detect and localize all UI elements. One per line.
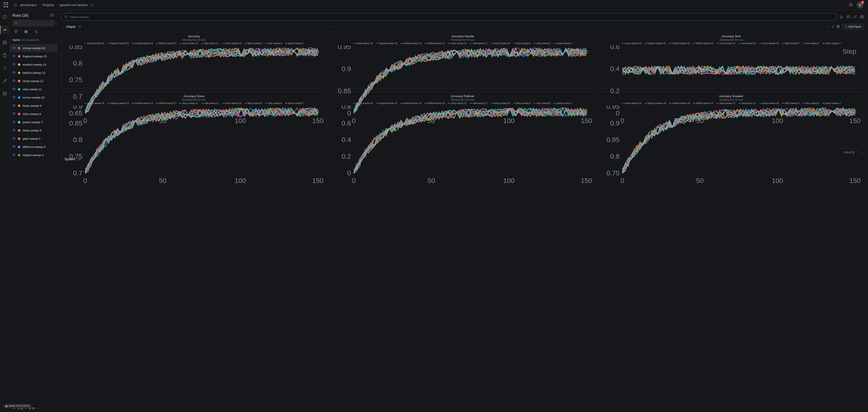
visibility-toggle-icon[interactable] bbox=[12, 120, 16, 124]
legend-item[interactable]: likely-sweep-9 bbox=[514, 42, 531, 44]
table-nav-icon[interactable] bbox=[0, 38, 10, 46]
legend-item[interactable]: faithful-sweep-13 bbox=[156, 42, 176, 44]
legend-item[interactable]: fragrant-sweep-15 bbox=[645, 42, 666, 44]
sort-icon[interactable] bbox=[34, 30, 38, 34]
artifacts-nav-icon[interactable] bbox=[0, 90, 10, 98]
legend-item[interactable]: fragrant-sweep-15 bbox=[107, 42, 129, 44]
expression-icon[interactable]: x̄ bbox=[832, 25, 834, 29]
legend-item[interactable]: stoic-sweep-8 bbox=[265, 42, 282, 44]
visibility-toggle-icon[interactable] bbox=[12, 104, 16, 108]
collapse-sidebar-icon[interactable] bbox=[50, 13, 54, 18]
visibility-toggle-icon[interactable] bbox=[12, 137, 16, 140]
legend-item[interactable]: sunny-sweep-10 bbox=[759, 42, 779, 44]
legend-item[interactable]: stoic-sweep-8 bbox=[802, 42, 819, 44]
legend-item[interactable]: snowy-sweep-16 bbox=[353, 42, 373, 44]
page-next-icon[interactable]: › bbox=[41, 407, 44, 410]
chevron-right-icon[interactable]: › bbox=[61, 158, 62, 161]
legend-item[interactable]: faithful-sweep-13 bbox=[693, 42, 713, 44]
chart-body[interactable]: 00.20.40.60.8 050100150 Step bbox=[333, 105, 592, 184]
legend-item[interactable]: exalted-sweep-14 bbox=[401, 42, 422, 44]
legend-item[interactable]: sunny-sweep-10 bbox=[222, 42, 242, 44]
drag-handle-icon[interactable]: ⠿⠿ bbox=[329, 25, 333, 28]
sweeps-nav-icon[interactable] bbox=[0, 64, 10, 72]
external-link-icon[interactable] bbox=[91, 3, 93, 7]
name-column-header[interactable]: Name (16 visualized) bbox=[10, 36, 57, 44]
group-icon[interactable] bbox=[24, 30, 28, 34]
visibility-toggle-icon[interactable] bbox=[12, 46, 16, 50]
chart-body[interactable]: 0.750.80.850.90.95 050100150 Step bbox=[602, 105, 861, 184]
legend-item[interactable]: faithful-sweep-13 bbox=[425, 42, 445, 44]
visibility-toggle-icon[interactable] bbox=[12, 63, 16, 66]
export-icon[interactable] bbox=[840, 15, 843, 19]
visibility-toggle-icon[interactable] bbox=[12, 145, 16, 149]
visibility-toggle-icon[interactable] bbox=[12, 96, 16, 99]
chart-panel[interactable]: Accuracy Sandal Showing first 10 runs sn… bbox=[330, 32, 595, 89]
visibility-toggle-icon[interactable] bbox=[12, 153, 16, 157]
legend-item[interactable]: sunny-sweep-10 bbox=[491, 42, 510, 44]
reports-nav-icon[interactable] bbox=[0, 51, 10, 59]
panel-search-input[interactable] bbox=[70, 15, 833, 19]
breadcrumb-user[interactable]: anmolmann bbox=[20, 3, 37, 7]
user-avatar[interactable]: N 2 bbox=[857, 2, 863, 8]
autosize-icon[interactable] bbox=[846, 15, 850, 19]
add-panel-button[interactable]: + Add Panel bbox=[842, 24, 864, 30]
run-item[interactable]: different-sweep-4 bbox=[10, 143, 57, 151]
charts-nav-icon[interactable] bbox=[0, 26, 10, 34]
regex-icon[interactable]: .* bbox=[55, 22, 56, 25]
visibility-toggle-icon[interactable] bbox=[12, 87, 16, 91]
legend-item[interactable]: likely-sweep-9 bbox=[245, 42, 262, 44]
page-prev-icon[interactable]: ‹ bbox=[37, 407, 39, 410]
run-item[interactable]: faithful-sweep-13 bbox=[10, 69, 57, 77]
visibility-toggle-icon[interactable] bbox=[12, 71, 16, 75]
fullscreen-icon[interactable] bbox=[854, 15, 857, 19]
settings-icon[interactable] bbox=[860, 15, 864, 19]
legend-item[interactable]: snowy-sweep-16 bbox=[622, 42, 642, 44]
visibility-toggle-icon[interactable] bbox=[12, 79, 16, 83]
legend-item[interactable]: likely-sweep-9 bbox=[782, 42, 799, 44]
page-next-icon[interactable]: ⌄ bbox=[862, 151, 864, 154]
visibility-toggle-icon[interactable] bbox=[12, 128, 16, 132]
layout-icon[interactable] bbox=[836, 25, 840, 29]
legend-item[interactable]: peach-sweep-7 bbox=[823, 42, 841, 44]
chart-body[interactable]: 0.70.750.80.850.9 050100150 Step bbox=[65, 105, 323, 184]
chevron-down-icon[interactable]: ⌄ bbox=[61, 25, 64, 29]
run-item[interactable]: fragrant-sweep-15 bbox=[10, 52, 57, 61]
run-item[interactable]: likely-sweep-9 bbox=[10, 102, 57, 110]
info-icon[interactable] bbox=[0, 13, 10, 21]
launch-nav-icon[interactable] bbox=[0, 77, 10, 85]
runs-search-input[interactable] bbox=[19, 22, 53, 25]
legend-item[interactable]: peach-sweep-7 bbox=[554, 42, 572, 44]
run-item[interactable]: glad-sweep-5 bbox=[10, 135, 57, 143]
global-search-icon[interactable] bbox=[11, 3, 20, 7]
legend-item[interactable]: vital-sweep-11 bbox=[201, 42, 219, 44]
legend-item[interactable]: zesty-sweep-12 bbox=[717, 42, 735, 44]
legend-item[interactable]: vital-sweep-11 bbox=[739, 42, 756, 44]
run-item[interactable]: sunny-sweep-10 bbox=[10, 94, 57, 102]
notifications-icon[interactable] bbox=[849, 2, 853, 7]
run-item[interactable]: vital-sweep-11 bbox=[10, 85, 57, 94]
chart-panel[interactable]: Accuracy Shirt Showing first 10 runs sno… bbox=[598, 32, 864, 89]
run-item[interactable]: helpful-sweep-3 bbox=[10, 151, 57, 159]
legend-item[interactable]: vital-sweep-11 bbox=[470, 42, 487, 44]
run-item[interactable]: stoic-sweep-8 bbox=[10, 110, 57, 118]
legend-item[interactable]: snowy-sweep-16 bbox=[85, 42, 104, 44]
run-item[interactable]: snowy-sweep-16 bbox=[10, 44, 57, 52]
legend-item[interactable]: zesty-sweep-12 bbox=[179, 42, 198, 44]
run-item[interactable]: zesty-sweep-12 bbox=[10, 77, 57, 85]
breadcrumb-projects[interactable]: Projects bbox=[42, 3, 54, 7]
visibility-toggle-icon[interactable] bbox=[12, 55, 16, 58]
legend-item[interactable]: zesty-sweep-12 bbox=[448, 42, 467, 44]
run-item[interactable]: likely-sweep-6 bbox=[10, 126, 57, 135]
legend-item[interactable]: fragrant-sweep-15 bbox=[376, 42, 397, 44]
more-icon[interactable]: ⋯ bbox=[826, 25, 829, 29]
legend-item[interactable]: exalted-sweep-14 bbox=[132, 42, 153, 44]
wandb-logo[interactable] bbox=[4, 2, 9, 8]
run-item[interactable]: exalted-sweep-14 bbox=[10, 61, 57, 69]
filter-icon[interactable] bbox=[14, 30, 18, 34]
chart-panel[interactable]: accuracy Showing first 10 runs snowy-swe… bbox=[61, 32, 327, 89]
legend-item[interactable]: peach-sweep-7 bbox=[285, 42, 304, 44]
legend-item[interactable]: exalted-sweep-14 bbox=[669, 42, 690, 44]
run-item[interactable]: peach-sweep-7 bbox=[10, 118, 57, 126]
breadcrumb-project[interactable]: pytorch-cnn-fashion bbox=[60, 3, 88, 7]
legend-item[interactable]: stoic-sweep-8 bbox=[534, 42, 551, 44]
